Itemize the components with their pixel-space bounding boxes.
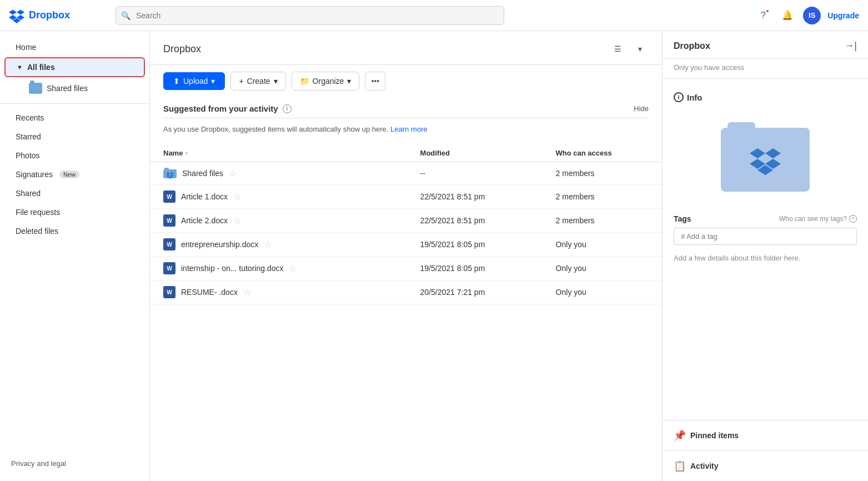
word-icon: W <box>163 238 175 250</box>
topbar-right: ? 🔔 IS Upgrade <box>754 7 859 24</box>
dropbox-folder-icon <box>750 144 781 176</box>
file-access: Only you <box>549 257 662 280</box>
table-row[interactable]: Shared files ☆ --2 members <box>150 162 662 185</box>
info-section-title: i Info <box>674 92 857 102</box>
right-panel-subtitle: Only you have access <box>663 59 868 72</box>
star-icon[interactable]: ☆ <box>233 192 241 202</box>
folder-body <box>721 128 810 192</box>
chevron-down-button[interactable]: ▾ <box>631 40 649 58</box>
sidebar-item-all-files[interactable]: ▼ All files <box>4 57 145 77</box>
content-header-right: ☰ ▾ <box>609 40 649 58</box>
table-row[interactable]: W RESUME- .docx ☆ 20/5/2021 7:21 pmOnly … <box>150 280 662 304</box>
upgrade-button[interactable]: Upgrade <box>827 11 859 20</box>
star-icon[interactable]: ☆ <box>233 216 241 226</box>
avatar[interactable]: IS <box>803 7 821 24</box>
star-icon[interactable]: ☆ <box>264 239 272 250</box>
tags-description: Add a few details about this folder here… <box>663 252 868 262</box>
notifications-button[interactable]: 🔔 <box>779 7 796 24</box>
privacy-legal-link[interactable]: Privacy and legal <box>0 453 149 474</box>
file-name: Article 1.docx <box>181 192 228 201</box>
right-panel-header: Dropbox →| <box>663 31 868 59</box>
suggested-section: Suggested from your activity i Hide As y… <box>150 97 662 144</box>
sidebar-item-starred[interactable]: Starred <box>4 128 145 146</box>
hide-button[interactable]: Hide <box>634 104 649 113</box>
file-row-name: W Article 1.docx ☆ <box>163 191 407 203</box>
shared-files-label: Shared files <box>47 84 88 93</box>
file-access: Only you <box>549 280 662 304</box>
info-section: i Info <box>663 86 868 214</box>
dropbox-logo-icon <box>9 8 24 23</box>
plus-icon: + <box>239 77 243 86</box>
bell-icon: 🔔 <box>782 10 793 21</box>
content-title: Dropbox <box>163 43 201 55</box>
create-chevron-icon: ▾ <box>274 77 278 86</box>
file-modified: 22/5/2021 8:51 pm <box>414 209 549 233</box>
file-modified: 19/5/2021 8:05 pm <box>414 233 549 257</box>
sidebar-item-photos[interactable]: Photos <box>4 147 145 164</box>
organize-button[interactable]: 📁 Organize ▾ <box>292 72 360 91</box>
chevron-down-icon: ▼ <box>17 64 23 71</box>
word-icon: W <box>163 191 175 203</box>
info-icon[interactable]: i <box>283 104 292 113</box>
name-column-header[interactable]: Name ↑ <box>150 144 414 162</box>
sort-arrow-icon: ↑ <box>185 150 188 156</box>
right-panel-close-button[interactable]: →| <box>844 40 857 52</box>
table-row[interactable]: W Article 1.docx ☆ 22/5/2021 8:51 pm2 me… <box>150 185 662 209</box>
file-access: 2 members <box>549 185 662 209</box>
organize-chevron-icon: ▾ <box>347 77 351 86</box>
logo[interactable]: Dropbox <box>9 8 109 23</box>
activity-section[interactable]: 📋 Activity <box>663 450 868 481</box>
info-circle-icon: i <box>674 92 684 102</box>
suggested-title: Suggested from your activity i <box>163 104 292 113</box>
sidebar-item-shared[interactable]: Shared <box>4 184 145 202</box>
search-icon: 🔍 <box>121 11 131 20</box>
sidebar-item-shared-files[interactable]: Shared files <box>4 78 145 98</box>
tags-who-link[interactable]: Who can see my tags? ? <box>779 215 857 223</box>
question-icon: ? <box>849 215 857 223</box>
upload-button[interactable]: ⬆ Upload ▾ <box>163 72 225 90</box>
search-container: 🔍 <box>116 6 504 25</box>
file-row-name: W internship - on... tutoring.docx ☆ <box>163 262 407 274</box>
sidebar-item-signatures[interactable]: Signatures New <box>4 166 145 183</box>
notification-badge <box>765 9 770 13</box>
access-column-header[interactable]: Who can access <box>549 144 662 162</box>
pinned-items-section[interactable]: 📌 Pinned items <box>663 420 868 450</box>
sidebar-item-home[interactable]: Home <box>4 38 145 56</box>
folder-preview-container <box>721 122 810 194</box>
learn-more-link[interactable]: Learn more <box>390 125 427 133</box>
recents-label: Recents <box>16 113 44 122</box>
search-input[interactable] <box>116 6 504 25</box>
activity-title: Activity <box>690 462 719 470</box>
create-button[interactable]: + Create ▾ <box>230 72 285 91</box>
file-row-name: Shared files ☆ <box>163 168 407 179</box>
sidebar-item-recents[interactable]: Recents <box>4 109 145 127</box>
more-options-button[interactable]: ••• <box>365 72 385 91</box>
star-icon[interactable]: ☆ <box>229 168 237 179</box>
shared-label: Shared <box>16 189 41 198</box>
sidebar-item-file-requests[interactable]: File requests <box>4 203 145 221</box>
content-header: Dropbox ☰ ▾ <box>150 31 662 65</box>
organize-icon: 📁 <box>300 77 309 86</box>
star-icon[interactable]: ☆ <box>289 263 297 274</box>
word-icon: W <box>163 214 175 227</box>
right-panel: Dropbox →| Only you have access i Info <box>663 31 868 481</box>
tags-input[interactable] <box>674 228 857 245</box>
list-view-button[interactable]: ☰ <box>609 40 626 58</box>
word-icon: W <box>163 286 175 298</box>
main-layout: Home ▼ All files Shared files Recents St… <box>0 31 868 481</box>
modified-column-header[interactable]: Modified <box>414 144 549 162</box>
signatures-badge: New <box>59 171 79 178</box>
table-row[interactable]: W entrepreneurship.docx ☆ 19/5/2021 8:05… <box>150 233 662 257</box>
file-access: 2 members <box>549 162 662 185</box>
right-panel-title: Dropbox <box>674 41 710 51</box>
table-row[interactable]: W internship - on... tutoring.docx ☆ 19/… <box>150 257 662 280</box>
help-button[interactable]: ? <box>754 7 772 24</box>
file-access: 2 members <box>549 209 662 233</box>
file-access: Only you <box>549 233 662 257</box>
sidebar-item-deleted-files[interactable]: Deleted files <box>4 222 145 240</box>
table-row[interactable]: W Article 2.docx ☆ 22/5/2021 8:51 pm2 me… <box>150 209 662 233</box>
file-row-name: W Article 2.docx ☆ <box>163 214 407 227</box>
all-files-label: All files <box>27 63 55 72</box>
star-icon[interactable]: ☆ <box>243 287 251 298</box>
logo-text: Dropbox <box>29 9 70 21</box>
